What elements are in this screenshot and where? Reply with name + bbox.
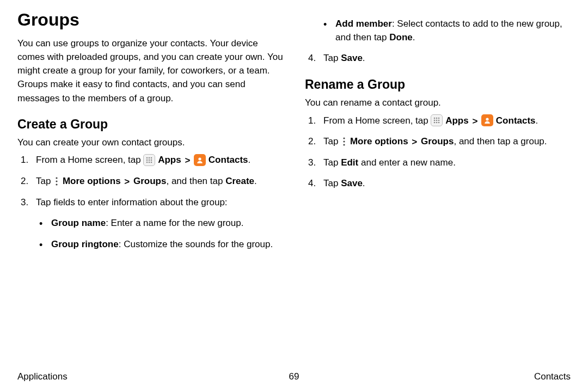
period: .: [413, 32, 415, 42]
left-column: Groups You can use groups to organize yo…: [17, 10, 283, 259]
contacts-label: Contacts: [209, 155, 248, 165]
svg-point-21: [438, 122, 440, 124]
create-steps: From a Home screen, tap Apps > Contacts.…: [17, 154, 283, 251]
apps-icon: [143, 154, 155, 166]
rename-heading: Rename a Group: [305, 77, 571, 92]
step-text: From a Home screen, tap: [323, 115, 431, 126]
save-label: Save: [341, 178, 363, 188]
svg-point-12: [56, 183, 58, 185]
apps-label: Apps: [158, 155, 181, 165]
bullet-text: : Enter a name for the new group.: [106, 218, 243, 228]
create-step-3: Tap fields to enter information about th…: [17, 196, 283, 252]
create-step-2: Tap More options > Groups, and then tap …: [17, 175, 283, 188]
bullet-label: Group ringtone: [51, 239, 119, 249]
svg-point-14: [436, 118, 438, 119]
svg-point-25: [344, 144, 345, 145]
page-footer: Applications 69 Contacts: [17, 371, 571, 382]
footer-right: Contacts: [534, 371, 571, 382]
step-text: , and then tap a group.: [454, 136, 547, 146]
page-title: Groups: [17, 10, 283, 30]
footer-left: Applications: [17, 371, 68, 382]
contacts-label: Contacts: [496, 115, 536, 126]
step-text: Tap: [323, 157, 341, 168]
chevron-icon: >: [185, 154, 190, 168]
more-options-icon: [53, 176, 60, 187]
svg-point-6: [146, 162, 148, 163]
step-text: Tap: [323, 53, 341, 63]
create-bullets-continued: Add member: Select contacts to add to th…: [323, 17, 571, 44]
more-options-label: More options: [350, 136, 408, 146]
step-text: and enter a new name.: [358, 157, 456, 168]
create-label: Create: [225, 176, 254, 186]
svg-point-8: [151, 162, 152, 163]
create-steps-continued: Tap Save.: [305, 52, 571, 65]
step-text: Tap: [323, 136, 341, 146]
rename-step-3: Tap Edit and enter a new name.: [305, 156, 571, 170]
step-text: Tap: [323, 178, 341, 188]
step-text: Tap: [36, 176, 53, 186]
svg-point-13: [434, 118, 436, 119]
svg-point-19: [434, 122, 436, 124]
bullet-label: Add member: [335, 19, 392, 29]
bullet-group-ringtone: Group ringtone: Customize the sounds for…: [36, 238, 283, 252]
groups-label: Groups: [421, 136, 454, 146]
more-options-label: More options: [63, 176, 121, 186]
create-heading: Create a Group: [17, 117, 283, 132]
chevron-icon: >: [124, 175, 130, 189]
period: .: [536, 115, 538, 126]
rename-steps: From a Home screen, tap Apps > Contacts.…: [305, 114, 571, 191]
svg-point-15: [438, 118, 440, 119]
create-sub: You can create your own contact groups.: [17, 136, 283, 150]
period: .: [363, 53, 365, 63]
svg-point-23: [344, 137, 345, 139]
svg-point-24: [344, 140, 345, 142]
edit-label: Edit: [341, 157, 358, 168]
save-label: Save: [341, 53, 363, 63]
svg-point-1: [149, 157, 150, 159]
chevron-icon: >: [472, 115, 477, 128]
done-label: Done: [389, 32, 413, 42]
rename-sub: You can rename a contact group.: [305, 96, 571, 110]
contacts-icon: [194, 154, 206, 166]
intro-paragraph: You can use groups to organize your cont…: [17, 36, 283, 105]
period: .: [254, 176, 257, 186]
bullet-group-name: Group name: Enter a name for the new gro…: [36, 217, 283, 230]
svg-point-0: [146, 157, 148, 159]
step-text: Tap fields to enter information about th…: [36, 197, 228, 207]
contacts-icon: [481, 114, 493, 126]
svg-point-4: [149, 160, 150, 161]
svg-point-2: [151, 157, 152, 159]
more-options-icon: [341, 136, 347, 147]
bullet-text: : Customize the sounds for the group.: [119, 239, 273, 249]
rename-step-1: From a Home screen, tap Apps > Contacts.: [305, 114, 571, 128]
apps-icon: [431, 114, 443, 126]
svg-point-20: [436, 122, 438, 124]
svg-point-7: [149, 162, 150, 163]
footer-page-number: 69: [289, 371, 299, 382]
svg-point-22: [486, 118, 489, 120]
groups-label: Groups: [133, 176, 166, 186]
svg-point-17: [436, 120, 438, 121]
create-step-4: Tap Save.: [305, 52, 571, 65]
svg-point-9: [199, 157, 201, 160]
create-step-1: From a Home screen, tap Apps > Contacts.: [17, 154, 283, 167]
create-sub-bullets: Group name: Enter a name for the new gro…: [36, 217, 283, 251]
chevron-icon: >: [412, 136, 417, 149]
rename-step-2: Tap More options > Groups, and then tap …: [305, 135, 571, 149]
right-column: Add member: Select contacts to add to th…: [305, 10, 571, 259]
apps-label: Apps: [445, 115, 469, 126]
svg-point-3: [146, 160, 148, 161]
period: .: [363, 178, 365, 188]
svg-point-5: [151, 160, 152, 161]
svg-point-16: [434, 120, 436, 121]
svg-point-10: [56, 177, 58, 179]
period: .: [248, 155, 251, 165]
step-text: , and then tap: [166, 176, 225, 186]
svg-point-18: [438, 120, 440, 121]
bullet-add-member: Add member: Select contacts to add to th…: [323, 17, 571, 44]
step-text: From a Home screen, tap: [36, 155, 143, 165]
bullet-label: Group name: [51, 218, 106, 228]
svg-point-11: [56, 180, 58, 182]
rename-step-4: Tap Save.: [305, 177, 571, 191]
